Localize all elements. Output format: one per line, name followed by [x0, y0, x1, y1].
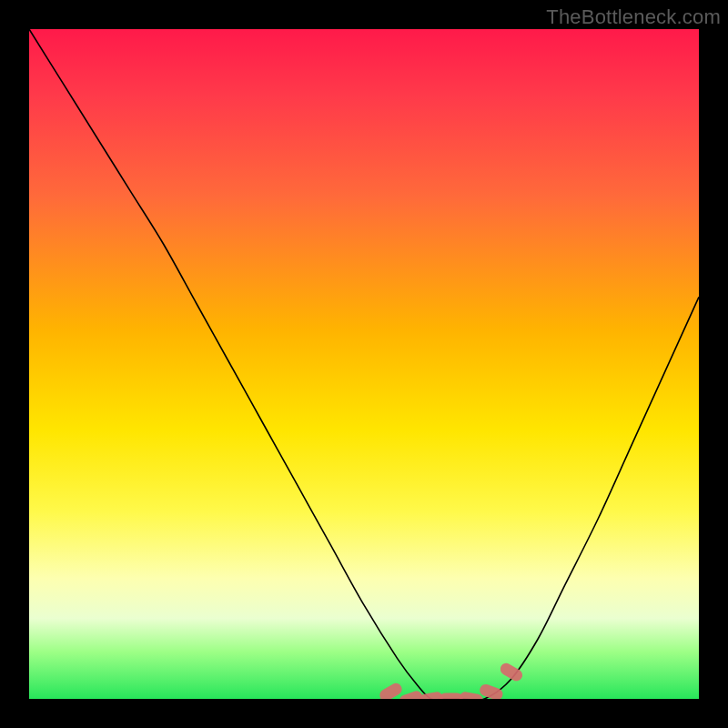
valley-marker: [398, 689, 424, 699]
bottleneck-curve: [29, 29, 699, 699]
watermark-text: TheBottleneck.com: [546, 5, 721, 29]
chart-svg: [29, 29, 699, 699]
valley-marker: [378, 682, 404, 699]
valley-marker: [440, 693, 463, 700]
valley-marker: [478, 682, 504, 699]
marker-group: [378, 661, 524, 699]
plot-area: [29, 29, 699, 699]
valley-marker: [459, 691, 484, 699]
valley-marker: [498, 661, 524, 682]
valley-marker: [419, 691, 444, 699]
